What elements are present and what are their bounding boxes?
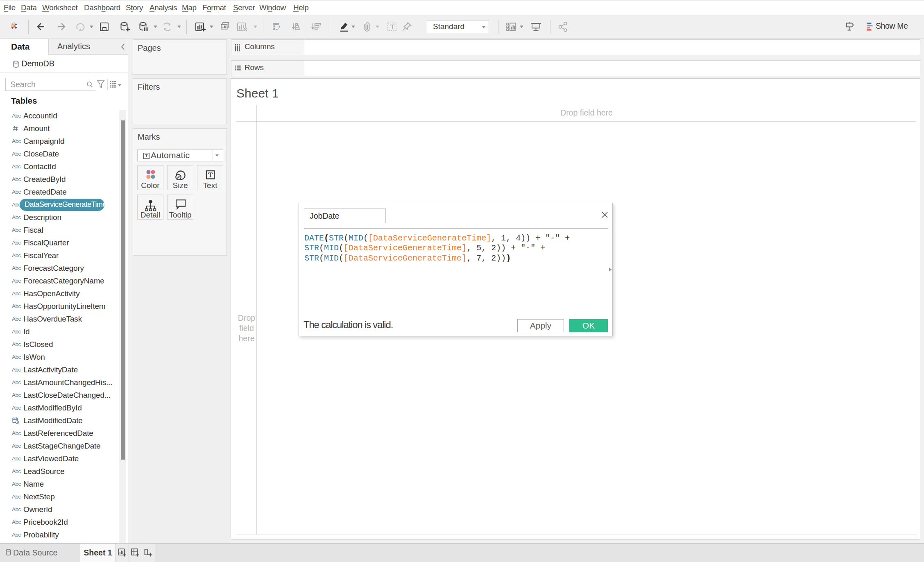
svg-text:T: T: [390, 23, 395, 31]
